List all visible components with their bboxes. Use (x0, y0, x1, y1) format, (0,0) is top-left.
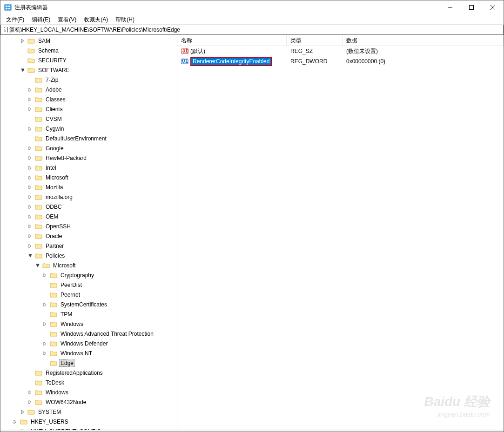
tree-node[interactable]: Schema (0, 46, 177, 55)
chevron-right-icon[interactable] (27, 164, 34, 172)
chevron-right-icon[interactable] (19, 408, 27, 416)
chevron-right-icon[interactable] (41, 272, 49, 279)
chevron-right-icon[interactable] (19, 37, 27, 45)
close-button[interactable] (482, 0, 504, 14)
tree-node[interactable]: Windows Defender (0, 339, 177, 348)
tree-node[interactable]: CVSM (0, 114, 177, 124)
chevron-right-icon[interactable] (41, 340, 49, 347)
tree-node[interactable]: mozilla.org (0, 192, 177, 202)
tree-node[interactable]: Google (0, 143, 177, 153)
chevron-down-icon[interactable] (34, 262, 41, 269)
chevron-right-icon[interactable] (27, 203, 34, 211)
window-controls (439, 0, 504, 14)
chevron-right-icon[interactable] (27, 223, 34, 230)
tree-node[interactable]: OEM (0, 212, 177, 221)
chevron-down-icon[interactable] (27, 252, 34, 259)
registry-value-row[interactable]: 011RendererCodeIntegrityEnabledREG_DWORD… (177, 56, 504, 66)
chevron-right-icon[interactable] (27, 399, 34, 406)
expander-spacer (41, 330, 49, 338)
menu-favorites[interactable]: 收藏夹(A) (80, 15, 112, 25)
column-header-name[interactable]: 名称 (177, 35, 287, 46)
tree-node[interactable]: 7-Zip (0, 75, 177, 85)
tree-node[interactable]: Windows Advanced Threat Protection (0, 329, 177, 339)
tree-node[interactable]: WOW6432Node (0, 397, 177, 407)
tree-node[interactable]: ToDesk (0, 378, 177, 387)
menu-view[interactable]: 查看(V) (54, 15, 80, 25)
tree-node[interactable]: SAM (0, 36, 177, 46)
tree-node[interactable]: Policies (0, 251, 177, 260)
tree-node[interactable]: Edge (0, 358, 177, 368)
tree-node[interactable]: Windows (0, 319, 177, 329)
chevron-right-icon[interactable] (12, 428, 19, 430)
tree-node[interactable]: HKEY_CURRENT_CONFIG (0, 426, 177, 430)
chevron-right-icon[interactable] (27, 154, 34, 162)
tree-node-label: Partner (44, 242, 65, 250)
chevron-right-icon[interactable] (41, 320, 49, 328)
tree-node[interactable]: OpenSSH (0, 221, 177, 231)
column-header-type[interactable]: 类型 (287, 35, 343, 46)
chevron-right-icon[interactable] (27, 389, 34, 396)
tree-node[interactable]: Mozilla (0, 182, 177, 192)
folder-icon (50, 331, 57, 337)
value-name-cell: ab(默认) (177, 47, 287, 56)
chevron-right-icon[interactable] (27, 145, 34, 152)
tree-node[interactable]: TPM (0, 309, 177, 319)
chevron-right-icon[interactable] (27, 233, 34, 240)
tree-node[interactable]: Classes (0, 94, 177, 104)
tree-node[interactable]: SystemCertificates (0, 299, 177, 309)
registry-value-row[interactable]: ab(默认)REG_SZ(数值未设置) (177, 46, 504, 56)
chevron-right-icon[interactable] (27, 213, 34, 220)
minimize-button[interactable] (439, 0, 461, 14)
chevron-down-icon[interactable] (19, 66, 27, 74)
value-name-cell: 011RendererCodeIntegrityEnabled (177, 56, 287, 67)
folder-icon (35, 165, 42, 171)
list-body[interactable]: ab(默认)REG_SZ(数值未设置)011RendererCodeIntegr… (177, 46, 504, 430)
tree-node-label: PeerDist (59, 281, 83, 289)
menu-file[interactable]: 文件(F) (2, 15, 28, 25)
tree-node[interactable]: Adobe (0, 85, 177, 94)
maximize-button[interactable] (461, 0, 482, 14)
tree-node[interactable]: HKEY_USERS (0, 417, 177, 426)
chevron-right-icon[interactable] (27, 184, 34, 191)
chevron-right-icon[interactable] (27, 96, 34, 103)
chevron-right-icon[interactable] (12, 418, 19, 425)
chevron-right-icon[interactable] (27, 242, 34, 250)
tree-node[interactable]: Hewlett-Packard (0, 153, 177, 163)
menu-help[interactable]: 帮助(H) (112, 15, 138, 25)
tree-node[interactable]: Partner (0, 241, 177, 251)
chevron-right-icon[interactable] (27, 174, 34, 181)
tree-node[interactable]: Microsoft (0, 173, 177, 182)
folder-icon (35, 213, 42, 220)
menu-edit[interactable]: 编辑(E) (28, 15, 54, 25)
tree-pane[interactable]: SAMSchemaSECURITYSOFTWARE7-ZipAdobeClass… (0, 35, 177, 430)
tree-node[interactable]: Microsoft (0, 260, 177, 270)
tree-node[interactable]: SOFTWARE (0, 65, 177, 75)
chevron-right-icon[interactable] (41, 350, 49, 357)
chevron-right-icon[interactable] (27, 106, 34, 113)
folder-icon (27, 57, 35, 64)
tree-node[interactable]: ODBC (0, 202, 177, 212)
tree-node-label: CVSM (44, 115, 63, 123)
tree-node[interactable]: Windows (0, 387, 177, 397)
tree-node[interactable]: Cygwin (0, 124, 177, 133)
tree-node[interactable]: PeerDist (0, 280, 177, 290)
column-header-data[interactable]: 数据 (343, 35, 504, 46)
folder-icon (27, 67, 35, 73)
tree-node[interactable]: Cryptography (0, 270, 177, 280)
tree-node[interactable]: DefaultUserEnvironment (0, 133, 177, 143)
chevron-right-icon[interactable] (27, 125, 34, 133)
tree-node-label: TPM (59, 311, 74, 318)
folder-icon (35, 135, 42, 142)
tree-node[interactable]: Clients (0, 104, 177, 114)
tree-node[interactable]: Peernet (0, 290, 177, 299)
tree-node[interactable]: Windows NT (0, 348, 177, 358)
tree-node[interactable]: SECURITY (0, 55, 177, 65)
chevron-right-icon[interactable] (27, 86, 34, 93)
tree-node[interactable]: Intel (0, 163, 177, 173)
tree-node[interactable]: RegisteredApplications (0, 368, 177, 378)
chevron-right-icon[interactable] (27, 193, 34, 201)
tree-node[interactable]: SYSTEM (0, 407, 177, 417)
chevron-right-icon[interactable] (41, 301, 49, 308)
tree-node[interactable]: Oracle (0, 231, 177, 241)
address-bar[interactable]: 计算机\HKEY_LOCAL_MACHINE\SOFTWARE\Policies… (0, 25, 504, 35)
